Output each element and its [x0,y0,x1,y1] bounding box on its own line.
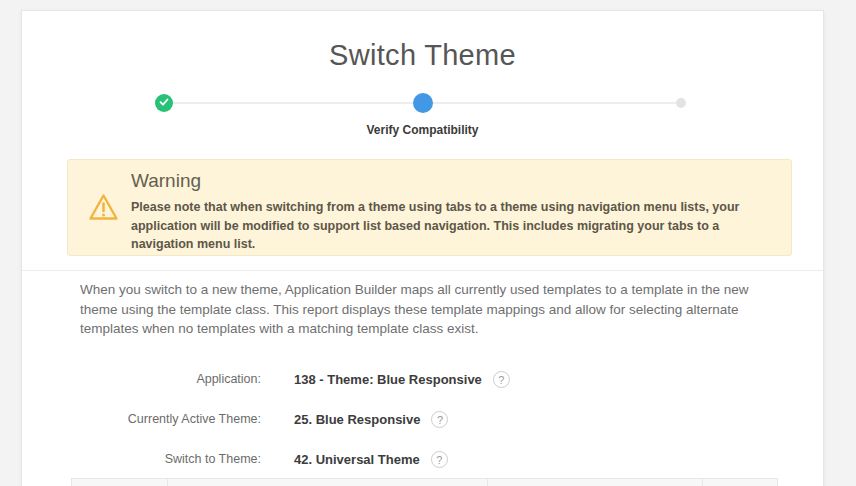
table-header-cell [168,479,489,486]
warning-callout: Warning Please note that when switching … [67,159,792,256]
help-icon[interactable]: ? [431,451,448,468]
currently-active-theme-value: 25. Blue Responsive [294,412,420,427]
table-header-cell [488,479,703,486]
table-header-cell [703,479,777,486]
field-row-switch-to-theme: Switch to Theme: 42. Universal Theme ? [22,449,823,469]
switch-to-theme-value: 42. Universal Theme [294,452,420,467]
template-mapping-table-header [71,478,778,486]
stepper-step-current [413,93,433,113]
stepper-step-completed [155,94,173,112]
page-title: Switch Theme [22,39,823,72]
help-icon[interactable]: ? [493,371,510,388]
warning-triangle-icon [87,192,120,227]
check-icon [158,94,170,112]
field-row-currently-active-theme: Currently Active Theme: 25. Blue Respons… [22,409,823,429]
table-header-cell [72,479,168,486]
warning-title: Warning [131,170,781,192]
stepper-current-step-label: Verify Compatibility [22,123,823,137]
application-label: Application: [22,372,261,386]
theme-summary-fields: Application: 138 - Theme: Blue Responsiv… [22,369,823,486]
application-value: 138 - Theme: Blue Responsive [294,372,482,387]
switch-to-theme-label: Switch to Theme: [22,452,261,466]
help-icon[interactable]: ? [431,411,448,428]
switch-theme-wizard-card: Switch Theme Verify Compatibility Warnin… [21,10,824,486]
divider [22,270,823,271]
warning-content: Warning Please note that when switching … [131,170,781,254]
warning-message: Please note that when switching from a t… [131,198,779,254]
currently-active-theme-label: Currently Active Theme: [22,412,261,426]
stepper-step-upcoming [676,98,686,108]
field-row-application: Application: 138 - Theme: Blue Responsiv… [22,369,823,389]
theme-mapping-description: When you switch to a new theme, Applicat… [80,280,758,339]
